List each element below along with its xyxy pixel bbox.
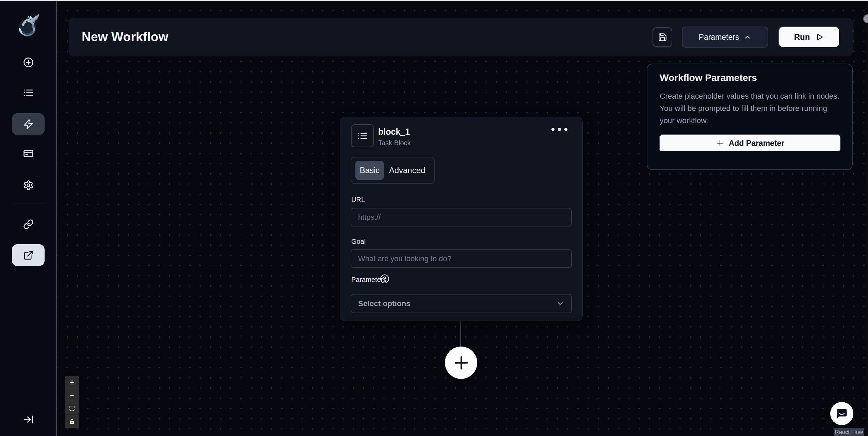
minus-icon [69,392,75,399]
block-tab-group: Basic Advanced [351,157,435,184]
add-parameter-button[interactable]: Add Parameter [659,134,841,152]
ellipsis-icon [551,128,554,131]
block-subtitle: Task Block [378,139,411,147]
link-icon [23,219,34,230]
list-icon [357,131,368,141]
canvas-controls [65,376,79,428]
tab-basic[interactable]: Basic [355,161,384,180]
add-parameter-label: Add Parameter [729,139,785,148]
chevron-up-icon [744,33,751,41]
sidebar-expand-button[interactable] [0,414,57,425]
gear-icon [23,180,34,190]
window-top-edge [0,0,868,1]
lightning-icon [23,119,34,130]
block-menu-button[interactable] [549,126,569,133]
sidebar-item-create[interactable] [0,57,57,68]
task-block-node[interactable]: block_1 Task Block Basic Advanced URL Go… [340,117,583,321]
chevron-down-icon [556,300,564,308]
workflow-parameters-panel: Workflow Parameters Create placeholder v… [647,64,853,170]
skyvern-dragon-logo [16,12,42,39]
arrow-right-to-line-icon [23,414,34,425]
url-label: URL [351,196,365,204]
run-button[interactable]: Run [778,27,840,48]
zoom-out-button[interactable] [65,389,79,402]
panel-description: Create placeholder values that you can l… [660,90,839,127]
lock-open-icon [69,418,75,425]
sidebar-item-runs[interactable] [0,87,57,98]
select-placeholder: Select options [358,299,556,308]
attribution-label: React Flow [835,429,863,435]
lock-button[interactable] [65,415,79,428]
url-input[interactable] [351,208,572,227]
help-icon[interactable]: ? [380,274,389,283]
plus-icon [452,354,470,372]
block-icon-box [351,124,374,147]
ellipsis-icon [564,128,567,131]
external-link-icon [23,250,34,261]
add-node-button[interactable] [445,347,477,379]
sidebar-item-external[interactable] [12,244,45,266]
sidebar-item-integrations[interactable] [0,219,57,230]
fit-view-icon [69,405,75,412]
zoom-in-button[interactable] [65,376,79,389]
react-flow-attribution[interactable]: React Flow [834,428,864,436]
fit-view-button[interactable] [65,402,79,415]
plus-icon [69,379,75,386]
chat-widget-button[interactable] [830,402,853,425]
sidebar-item-workflows[interactable] [12,113,45,135]
sidebar-item-billing[interactable] [0,148,57,159]
plus-icon [716,139,724,147]
goal-label: Goal [351,238,366,246]
parameters-toggle-button[interactable]: Parameters [682,27,768,48]
play-icon [815,33,824,41]
window-right-edge [866,0,868,436]
tab-advanced[interactable]: Advanced [385,161,429,180]
credit-card-icon [23,148,34,159]
block-title: block_1 [378,127,410,137]
edge-connector [460,321,461,347]
sidebar-item-settings[interactable] [0,180,57,190]
floppy-disk-icon [658,33,667,42]
parameters-select[interactable]: Select options [351,294,572,313]
parameters-button-label: Parameters [699,33,739,42]
panel-title: Workflow Parameters [660,72,757,83]
sidebar-divider [12,203,44,203]
list-icon [23,87,34,98]
save-button[interactable] [653,27,672,47]
ellipsis-icon [558,128,561,131]
plus-circle-icon [23,57,34,68]
sidebar [0,0,57,436]
workflow-header: New Workflow Parameters Run [69,18,853,56]
chat-bubble-icon [835,407,848,420]
goal-input[interactable] [351,249,572,268]
run-button-label: Run [794,32,810,42]
page-title: New Workflow [82,18,168,56]
